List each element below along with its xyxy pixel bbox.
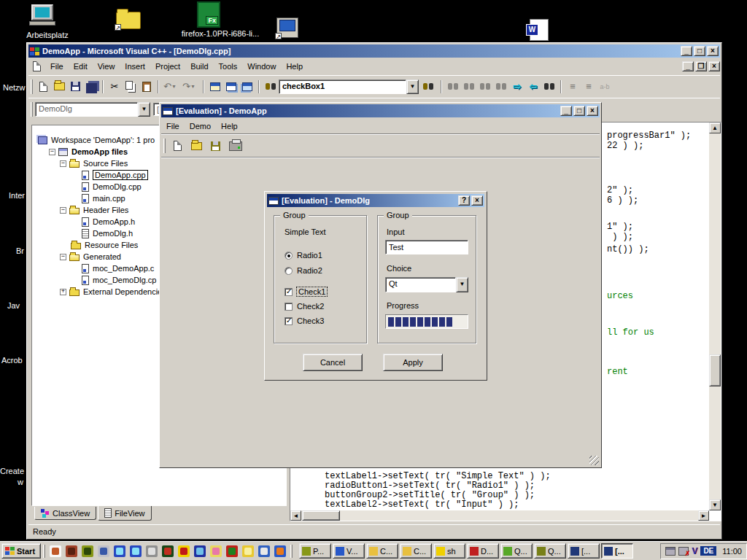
check2-box-icon[interactable] — [285, 303, 293, 311]
terminal-blue-icon[interactable] — [194, 545, 206, 557]
radio1-circle-icon[interactable] — [285, 252, 293, 260]
new-file-button[interactable] — [35, 79, 51, 94]
app-open-button[interactable] — [187, 137, 206, 155]
tray-antivirus-icon[interactable]: V — [692, 546, 697, 556]
my-computer-label[interactable]: Arbeitsplatz — [15, 31, 80, 39]
cut-button[interactable]: ✂ — [107, 79, 123, 94]
check1[interactable]: Check1 — [285, 287, 327, 296]
scroll-up-button[interactable]: ▲ — [709, 122, 721, 133]
vc-titlebar[interactable]: DemoApp - Microsoft Visual C++ - [DemoDl… — [28, 44, 720, 58]
radio1[interactable]: Radio1 — [285, 251, 322, 260]
network-blue-icon[interactable] — [114, 545, 125, 557]
desktop-edge-label[interactable]: Jav — [7, 301, 20, 310]
class-combo-dropdown[interactable]: ▼ — [138, 102, 150, 117]
find-combo[interactable]: checkBox1 ▼ — [279, 79, 419, 94]
taskbar-task-7[interactable]: Q... — [534, 543, 566, 559]
app-close-button[interactable]: × — [587, 106, 598, 116]
windows-button[interactable] — [239, 79, 255, 94]
app-maximize-button[interactable]: □ — [573, 106, 585, 116]
vscroll-thumb[interactable] — [709, 354, 721, 386]
copy-button[interactable] — [123, 79, 139, 94]
check1-box-icon[interactable] — [285, 288, 293, 296]
goto-next-button[interactable]: ⇨ — [509, 79, 525, 94]
indent-button[interactable]: ≡ — [565, 79, 581, 94]
check3[interactable]: Check3 — [285, 316, 324, 325]
app-menu-help[interactable]: Help — [216, 120, 243, 132]
menu-insert[interactable]: Insert — [120, 61, 150, 72]
taskbar-task-4[interactable]: sh — [433, 543, 465, 559]
collapse-icon[interactable]: − — [60, 160, 66, 167]
dialog-close-button[interactable]: × — [471, 195, 483, 206]
resize-grip[interactable] — [589, 456, 599, 465]
monitor-shortcut-icon[interactable]: ↗ — [276, 18, 298, 38]
hscroll-thumb[interactable] — [302, 510, 340, 521]
input-field[interactable] — [385, 240, 468, 254]
menu-view[interactable]: View — [93, 61, 120, 72]
app-menu-file[interactable]: File — [161, 120, 185, 132]
mdi-minimize-button[interactable]: _ — [682, 61, 694, 71]
chart-yellow-icon[interactable] — [210, 545, 222, 557]
menu-project[interactable]: Project — [150, 61, 185, 72]
toolbar-gripper[interactable] — [31, 79, 33, 94]
output-pane-button[interactable] — [223, 79, 239, 94]
ab-button[interactable]: a-b — [597, 79, 613, 94]
mdi-close-button[interactable]: × — [708, 61, 720, 71]
fish-yellow-icon[interactable] — [242, 545, 254, 557]
menu-help[interactable]: Help — [281, 61, 308, 72]
package-red-icon[interactable] — [66, 545, 77, 557]
network-blue-2-icon[interactable] — [130, 545, 142, 557]
open-file-button[interactable] — [51, 79, 67, 94]
tab-fileview[interactable]: FileView — [98, 506, 151, 521]
search-button[interactable] — [263, 79, 279, 94]
my-computer-icon[interactable] — [28, 4, 57, 29]
ring-gray-icon[interactable] — [146, 545, 158, 557]
taskbar-task-3[interactable]: C... — [400, 543, 432, 559]
check2[interactable]: Check2 — [285, 302, 324, 311]
app-titlebar[interactable]: [Evaluation] - DemoApp _ □ × — [161, 104, 600, 117]
choice-combo-value[interactable]: Qt — [385, 277, 456, 292]
redo-button[interactable]: ↷▼ — [178, 79, 200, 94]
window-settings-icon[interactable] — [98, 545, 109, 557]
notes-icon[interactable] — [50, 545, 61, 557]
goto-prev-button[interactable]: ⇦ — [525, 79, 541, 94]
app-save-button[interactable] — [206, 137, 225, 155]
find-button[interactable] — [541, 79, 557, 94]
desktop-edge-label[interactable]: Create — [0, 467, 24, 475]
find-combo-dropdown[interactable]: ▼ — [406, 79, 419, 94]
find-combo-value[interactable]: checkBox1 — [279, 79, 406, 94]
paste-button[interactable] — [139, 79, 155, 94]
choice-combo-dropdown[interactable]: ▼ — [456, 277, 468, 292]
cancel-button[interactable]: Cancel — [303, 354, 363, 371]
desktop-edge-label[interactable]: Br — [16, 246, 24, 255]
menu-build[interactable]: Build — [185, 61, 213, 72]
firefox-icon[interactable] — [274, 545, 286, 557]
save-all-button[interactable] — [83, 79, 99, 94]
desktop-edge-label[interactable]: Netzw — [3, 83, 26, 92]
radio2-circle-icon[interactable] — [285, 267, 293, 275]
tray-network-error-icon[interactable]: ✗ — [678, 547, 689, 556]
choice-combo[interactable]: Qt ▼ — [385, 277, 468, 292]
save-button[interactable] — [67, 79, 83, 94]
menu-tools[interactable]: Tools — [214, 61, 243, 72]
start-button[interactable]: Start — [1, 543, 41, 559]
collapse-icon[interactable]: − — [60, 207, 66, 214]
taskbar-task-1[interactable]: V... — [333, 543, 365, 559]
close-button[interactable]: × — [707, 46, 719, 56]
radio2[interactable]: Radio2 — [285, 266, 322, 275]
tray-clock[interactable]: 11:00 — [722, 547, 742, 556]
code-hscrollbar[interactable]: ◄ ► — [290, 510, 709, 521]
undo-button[interactable]: ↶▼ — [162, 79, 178, 94]
taskbar-task-2[interactable]: C... — [366, 543, 398, 559]
desktop-edge-label[interactable]: Acrob — [1, 356, 23, 365]
desktop-edge-label[interactable]: w — [18, 478, 23, 486]
taskbar-task-6[interactable]: Q... — [500, 543, 533, 559]
wizard-action-1-button[interactable] — [445, 79, 461, 94]
menu-file[interactable]: File — [45, 61, 69, 72]
check3-box-icon[interactable] — [285, 317, 293, 325]
wizard-action-2-button[interactable] — [461, 79, 477, 94]
maximize-button[interactable]: □ — [694, 46, 705, 56]
mdi-restore-button[interactable]: ❐ — [695, 61, 707, 71]
app-menu-demo[interactable]: Demo — [185, 120, 216, 132]
desktop-edge-label[interactable]: Inter — [9, 191, 25, 200]
menu-edit[interactable]: Edit — [69, 61, 93, 72]
